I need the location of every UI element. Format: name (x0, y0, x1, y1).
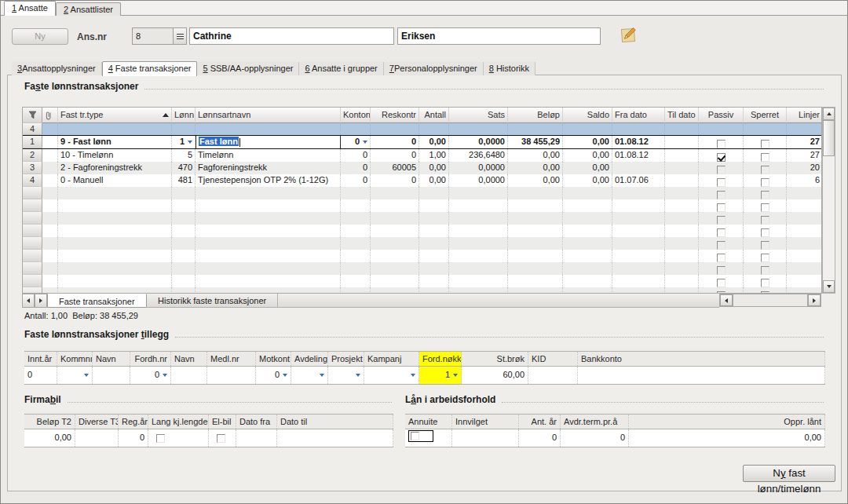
grid-cell[interactable] (449, 225, 508, 237)
grid-cell[interactable] (665, 262, 699, 275)
value-cell[interactable] (452, 429, 519, 447)
grid-cell[interactable] (699, 225, 744, 237)
table-row[interactable]: 19 - Fast lønn1Fast lønn000,000,000038 4… (23, 135, 821, 149)
grid-cell[interactable] (419, 199, 449, 212)
grid-cell[interactable] (699, 275, 744, 287)
table-row[interactable]: 000,00 (405, 429, 825, 447)
grid-column-header[interactable]: Sats (449, 108, 508, 123)
grid-cell[interactable] (699, 149, 744, 162)
grid-cell[interactable] (449, 237, 508, 250)
empty-row[interactable] (23, 250, 821, 262)
grid-cell[interactable] (341, 287, 371, 294)
grid-cell[interactable] (612, 237, 665, 250)
grid-cell[interactable] (58, 199, 172, 212)
grid-cell[interactable] (563, 287, 612, 294)
grid-cell[interactable] (508, 250, 563, 262)
grid-cell[interactable]: 0,00 (419, 162, 449, 174)
empty-row[interactable] (23, 212, 821, 225)
grid-cell[interactable] (42, 199, 58, 212)
grid-cell[interactable] (665, 275, 699, 287)
empty-row[interactable] (23, 225, 821, 237)
checkbox[interactable] (217, 434, 225, 443)
dropdown-icon[interactable] (411, 374, 415, 377)
grid-cell[interactable] (371, 212, 419, 225)
grid-cell[interactable] (172, 225, 196, 237)
grid-cell[interactable] (665, 162, 699, 174)
grid-cell[interactable] (58, 225, 172, 237)
dropdown-icon[interactable] (356, 374, 360, 377)
grid-cell[interactable] (787, 187, 822, 199)
grid-cell[interactable] (787, 262, 822, 275)
paperclip-icon[interactable] (42, 108, 58, 123)
grid-column-header[interactable]: Kontonr (341, 108, 371, 123)
grid-cell[interactable] (665, 187, 699, 199)
grid-cell[interactable] (196, 237, 341, 250)
grid-cell[interactable] (341, 187, 371, 199)
value-cell[interactable]: 0 (561, 429, 629, 447)
grid-cell[interactable] (699, 212, 744, 225)
grid-cell[interactable] (699, 262, 744, 275)
row-header[interactable] (23, 250, 42, 262)
grid-cell[interactable] (371, 262, 419, 275)
row-header[interactable] (23, 237, 42, 250)
dropdown-icon[interactable] (363, 141, 367, 144)
scroll-left-icon[interactable] (720, 294, 733, 306)
ny-button[interactable]: Ny (12, 28, 68, 45)
value-cell[interactable] (405, 429, 452, 447)
grid-cell[interactable]: 0,00 (563, 149, 612, 162)
value-cell[interactable] (277, 429, 393, 447)
grid-cell[interactable] (196, 250, 341, 262)
grid-cell[interactable] (172, 250, 196, 262)
grid-cell[interactable] (419, 250, 449, 262)
grid-cell[interactable] (508, 187, 563, 199)
row-header[interactable]: 4 (23, 174, 42, 187)
grid-cell[interactable] (744, 287, 787, 294)
tab-historikk[interactable]: 8 Historikk (484, 62, 535, 75)
grid-column-header[interactable]: Til dato (665, 108, 699, 123)
grid-cell[interactable] (508, 212, 563, 225)
grid-cell[interactable] (172, 237, 196, 250)
grid-cell[interactable] (508, 275, 563, 287)
empty-row[interactable] (23, 275, 821, 287)
grid-cell[interactable]: 10 - Timelønn (58, 149, 172, 162)
grid-cell[interactable] (196, 225, 341, 237)
grid-cell[interactable] (371, 250, 419, 262)
last-name-field[interactable] (397, 27, 601, 45)
grid-column-header[interactable]: Lønn (172, 108, 196, 123)
table-row[interactable]: 000160,00 (24, 367, 825, 384)
grid-cell[interactable] (371, 287, 419, 294)
grid-cell[interactable] (371, 225, 419, 237)
grid-cell[interactable]: 01.07.06 (612, 174, 665, 187)
grid-cell[interactable] (42, 162, 58, 174)
grid-cell[interactable]: 470 (172, 162, 196, 174)
grid-cell[interactable] (612, 287, 665, 294)
grid-horizontal-scrollbar[interactable] (719, 294, 821, 307)
row-header[interactable]: 3 (23, 162, 42, 174)
passiv-checkbox[interactable] (717, 166, 726, 174)
dropdown-icon[interactable] (163, 374, 167, 377)
grid-cell[interactable] (787, 250, 822, 262)
row-header[interactable] (23, 199, 42, 212)
grid-column-header[interactable]: Lønnsartnavn (196, 108, 341, 123)
grid-cell[interactable] (744, 187, 787, 199)
ansnr-field[interactable]: 8 (132, 27, 187, 45)
grid-column-header[interactable]: Saldo (563, 108, 612, 123)
grid-cell[interactable] (419, 237, 449, 250)
table-row[interactable]: 0,000 (24, 429, 393, 447)
grid-column-header[interactable]: Antall (419, 108, 449, 123)
sperret-checkbox[interactable] (761, 228, 769, 237)
value-cell[interactable]: 0 (24, 367, 57, 384)
grid-cell[interactable] (563, 237, 612, 250)
grid-cell[interactable] (42, 262, 58, 275)
value-cell[interactable] (328, 367, 364, 384)
tab-scroll-right-icon[interactable] (35, 294, 47, 308)
grid-vertical-scrollbar[interactable] (822, 107, 835, 294)
grid-column-header[interactable]: Linjer (787, 108, 822, 123)
value-cell[interactable] (364, 367, 419, 384)
grid-count-row[interactable]: 4 (23, 123, 821, 135)
grid-cell[interactable] (612, 275, 665, 287)
grid-cell[interactable] (699, 237, 744, 250)
passiv-checkbox[interactable] (717, 228, 726, 237)
grid-cell[interactable]: 0,00 (563, 174, 612, 187)
grid-cell[interactable]: 6 (787, 174, 822, 187)
